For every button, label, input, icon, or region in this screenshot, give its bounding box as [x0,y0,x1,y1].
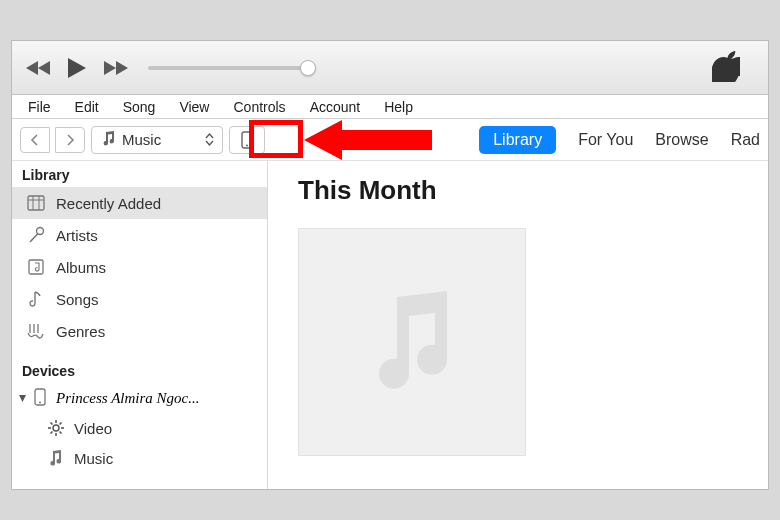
svg-marker-2 [304,120,432,160]
sidebar-device-video[interactable]: Video [12,413,267,443]
tab-radio[interactable]: Rad [731,131,760,149]
media-type-selector[interactable]: Music [91,126,223,154]
selector-stepper-icon [205,133,214,146]
content-area: This Month [268,161,768,489]
sidebar-item-label: Songs [56,291,99,308]
svg-line-17 [51,423,53,425]
svg-point-12 [53,425,59,431]
grid-icon [26,193,46,213]
menu-account[interactable]: Account [300,97,371,117]
view-tabs: Library For You Browse Rad [479,126,760,154]
svg-line-19 [60,423,62,425]
sidebar: Library Recently Added Artists Albums [12,161,268,489]
device-button[interactable] [229,126,265,154]
back-button[interactable] [20,127,50,153]
music-note-icon [357,287,467,397]
menu-controls[interactable]: Controls [223,97,295,117]
sidebar-item-label: Artists [56,227,98,244]
guitar-icon [26,321,46,341]
svg-line-20 [51,432,53,434]
menu-bar: File Edit Song View Controls Account Hel… [12,95,768,119]
tab-library[interactable]: Library [479,126,556,154]
sidebar-item-label: Albums [56,259,106,276]
phone-icon [34,388,50,409]
sidebar-item-label: Genres [56,323,105,340]
device-name-label: Princess Almira Ngoc... [56,390,199,407]
svg-line-18 [60,432,62,434]
mic-icon [26,225,46,245]
svg-rect-3 [28,196,44,210]
sidebar-device[interactable]: Princess Almira Ngoc... [12,383,267,413]
forward-button[interactable] [55,127,85,153]
sidebar-item-label: Video [74,420,112,437]
sidebar-devices-header: Devices [12,357,267,383]
sidebar-item-songs[interactable]: Songs [12,283,267,315]
menu-song[interactable]: Song [113,97,166,117]
svg-line-8 [30,234,38,243]
previous-track-icon[interactable] [26,59,52,77]
sidebar-item-label: Music [74,450,113,467]
sidebar-library-header: Library [12,161,267,187]
tab-for-you[interactable]: For You [578,131,633,149]
next-track-icon[interactable] [102,59,128,77]
menu-file[interactable]: File [18,97,61,117]
volume-slider[interactable] [148,66,308,70]
sidebar-item-artists[interactable]: Artists [12,219,267,251]
tab-browse[interactable]: Browse [655,131,708,149]
playback-controls [26,56,128,80]
sidebar-device-music[interactable]: Music [12,443,267,473]
media-type-label: Music [122,131,161,148]
sidebar-item-albums[interactable]: Albums [12,251,267,283]
sidebar-item-recently-added[interactable]: Recently Added [12,187,267,219]
album-icon [26,257,46,277]
menu-help[interactable]: Help [374,97,423,117]
menu-view[interactable]: View [169,97,219,117]
album-art-placeholder[interactable] [298,228,526,456]
itunes-window: File Edit Song View Controls Account Hel… [11,40,769,490]
svg-point-1 [246,144,248,146]
svg-rect-9 [29,260,43,274]
play-icon[interactable] [66,56,88,80]
gear-icon [46,418,66,438]
sidebar-item-genres[interactable]: Genres [12,315,267,347]
apple-logo-icon [712,50,740,86]
note-icon [26,289,46,309]
disclosure-triangle-icon[interactable] [16,394,28,403]
note-icon [46,448,66,468]
music-note-icon [100,130,116,149]
svg-point-11 [39,401,41,403]
main-body: Library Recently Added Artists Albums [12,161,768,489]
toolbar: Music Library For You Browse Rad [12,119,768,161]
menu-edit[interactable]: Edit [65,97,109,117]
playback-bar [12,41,768,95]
annotation-arrow-icon [304,115,434,169]
content-heading: This Month [298,175,738,206]
sidebar-item-label: Recently Added [56,195,161,212]
